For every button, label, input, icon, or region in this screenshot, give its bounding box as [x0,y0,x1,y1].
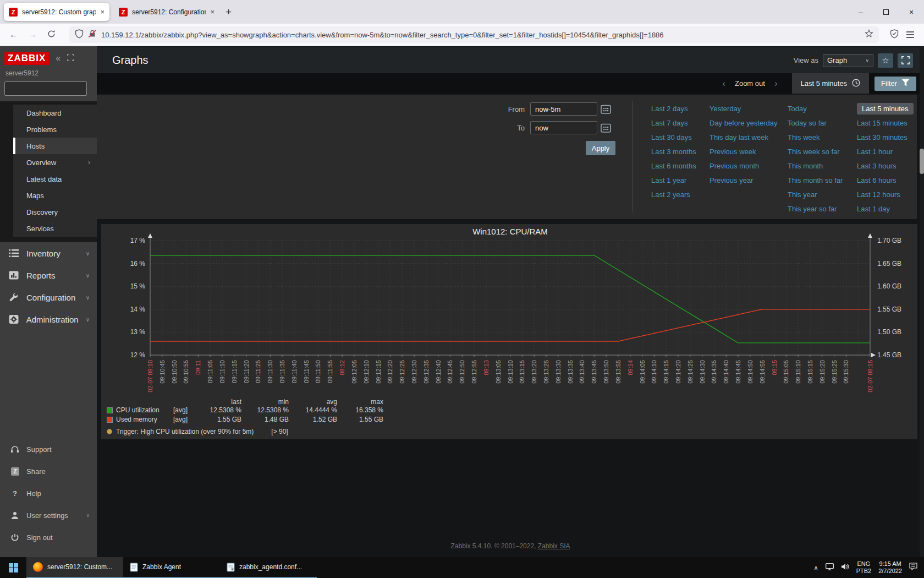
graph-canvas[interactable]: Win1012: CPU/RAM17 %16 %15 %14 %13 %12 %… [101,224,917,396]
time-range-link-this-year[interactable]: This year [788,190,817,199]
time-range-link-this-day-last-week[interactable]: This day last week [710,133,768,141]
favorite-button[interactable]: ☆ [878,53,893,68]
insecure-lock-icon[interactable] [88,29,97,40]
search-input[interactable] [5,85,108,93]
footer-link[interactable]: Zabbix SIA [538,542,570,550]
start-button[interactable] [0,557,26,578]
time-range-link-last-6-hours[interactable]: Last 6 hours [857,176,897,184]
svg-text:09:10:55: 09:10:55 [183,360,189,384]
sidebar-popout-icon[interactable] [67,53,74,63]
time-range-link-last-30-days[interactable]: Last 30 days [651,133,692,141]
scrollbar-thumb[interactable] [920,149,924,174]
sidebar-item-administration[interactable]: Administration∨ [0,308,97,330]
time-range-link-today[interactable]: Today [788,105,807,113]
time-range-link-last-1-hour[interactable]: Last 1 hour [857,148,893,156]
zabbix-logo[interactable]: ZABBIX [4,52,49,65]
time-range-link-last-3-hours[interactable]: Last 3 hours [857,162,897,170]
sidebar-item-help[interactable]: ?Help [0,482,97,504]
time-range-link-last-3-months[interactable]: Last 3 months [651,148,696,156]
taskbar-app-zabbix-agent[interactable]: Zabbix Agent [123,557,220,578]
sidebar-item-inventory[interactable]: Inventory∨ [0,242,97,264]
url-bar[interactable]: 10.159.12.1/zabbix/zabbix.php?view_as=sh… [69,26,879,43]
sidebar-item-reports[interactable]: Reports∨ [0,264,97,286]
time-range-link-last-30-minutes[interactable]: Last 30 minutes [857,133,908,141]
tab-close-icon[interactable]: × [210,8,215,16]
time-range-link-day-before-yesterday[interactable]: Day before yesterday [710,119,778,127]
calendar-icon[interactable] [601,104,611,114]
time-range-link-this-month-so-far[interactable]: This month so far [788,176,843,184]
time-range-link-previous-year[interactable]: Previous year [710,176,753,184]
apply-button[interactable]: Apply [586,141,615,155]
tab-close-icon[interactable]: × [100,8,105,16]
time-range-link-last-2-days[interactable]: Last 2 days [651,105,688,113]
time-range-link-last-5-minutes[interactable]: Last 5 minutes [857,103,914,114]
sidebar-item-services[interactable]: Services [13,220,97,237]
sidebar-item-overview[interactable]: Overview› [13,154,97,171]
time-range-link-last-6-months[interactable]: Last 6 months [651,162,696,170]
filter-button[interactable]: Filter [875,77,916,91]
sidebar-item-user-settings[interactable]: User settings∨ [0,504,97,526]
view-as-select[interactable]: Graph ∨ [823,54,873,67]
network-display-icon[interactable] [826,563,834,572]
time-range-link-this-year-so-far[interactable]: This year so far [788,205,837,213]
time-range-link-this-month[interactable]: This month [788,162,823,170]
sidebar-item-support[interactable]: Support [0,438,97,460]
time-range-link-previous-week[interactable]: Previous week [710,148,756,156]
time-range-tab[interactable]: Last 5 minutes [792,73,870,94]
time-range-link-this-week[interactable]: This week [788,133,820,141]
sidebar-item-dashboard[interactable]: Dashboard [13,105,97,121]
sidebar-item-discovery[interactable]: Discovery [13,204,97,220]
taskbar-app-server5912-custom[interactable]: server5912: Custom... [26,557,123,578]
sidebar-item-maps[interactable]: Maps [13,187,97,204]
chevron-down-icon: ∨ [86,250,90,257]
time-range-link-last-12-hours[interactable]: Last 12 hours [857,190,900,199]
to-input[interactable] [530,121,597,134]
sidebar-item-configuration[interactable]: Configuration∨ [0,286,97,308]
clock[interactable]: 9:15 AM 2/7/2022 [878,560,902,575]
sidebar-item-sign-out[interactable]: Sign out [0,526,97,548]
zoom-out-button[interactable]: Zoom out [735,79,765,88]
sidebar-search[interactable] [4,81,87,96]
time-range-link-today-so-far[interactable]: Today so far [788,119,827,127]
time-range-link-yesterday[interactable]: Yesterday [710,105,741,113]
hidden-icons-caret[interactable]: ∧ [814,564,818,571]
taskbar-app-zabbix-agentd-conf[interactable]: zabbix_agentd.conf... [220,557,317,578]
browser-tab-server5912-configuration-of-gra[interactable]: Zserver5912: Configuration of gra× [114,3,219,21]
tracking-shield-icon[interactable] [75,29,84,41]
new-tab-button[interactable]: + [226,6,232,18]
volume-icon[interactable] [841,563,849,572]
url-text[interactable]: 10.159.12.1/zabbix/zabbix.php?view_as=sh… [101,31,860,39]
reload-button[interactable] [42,30,61,40]
sidebar-item-hosts[interactable]: Hosts [13,138,97,154]
sidebar-item-latest-data[interactable]: Latest data [13,171,97,187]
time-range-link-this-week-so-far[interactable]: This week so far [788,148,840,156]
close-button[interactable]: × [899,0,924,24]
time-range-link-previous-month[interactable]: Previous month [710,162,759,170]
from-input[interactable] [530,102,597,116]
browser-tab-server5912-custom-graphs[interactable]: Zserver5912: Custom graphs× [4,3,109,21]
maximize-button[interactable] [873,0,899,24]
page-scrollbar[interactable] [920,46,924,557]
language-indicator[interactable]: ENG PTB2 [856,560,872,575]
bookmark-star-icon[interactable] [865,29,873,40]
kiosk-mode-button[interactable] [898,53,913,68]
sidebar-item-share[interactable]: ZShare [0,460,97,482]
menu-hamburger-icon[interactable] [906,31,914,38]
calendar-icon[interactable] [601,123,611,133]
sidebar-item-problems[interactable]: Problems [13,121,97,138]
time-range-link-last-2-years[interactable]: Last 2 years [651,190,690,199]
extension-shield-icon[interactable] [890,29,899,41]
action-center-icon[interactable] [909,563,917,572]
forward-button[interactable]: → [23,30,42,40]
time-forward-icon[interactable]: › [774,78,778,89]
graph[interactable]: Win1012: CPU/RAM17 %16 %15 %14 %13 %12 %… [101,224,917,398]
time-range-link-last-1-year[interactable]: Last 1 year [651,176,686,184]
svg-text:09:11:10: 09:11:10 [219,360,226,383]
back-button[interactable]: ← [4,30,23,40]
time-range-link-last-15-minutes[interactable]: Last 15 minutes [857,119,908,127]
time-range-link-last-1-day[interactable]: Last 1 day [857,205,890,213]
time-range-link-last-7-days[interactable]: Last 7 days [651,119,688,127]
time-back-icon[interactable]: ‹ [722,78,725,89]
sidebar-collapse-icon[interactable]: « [56,53,61,63]
minimize-button[interactable]: – [848,0,873,24]
